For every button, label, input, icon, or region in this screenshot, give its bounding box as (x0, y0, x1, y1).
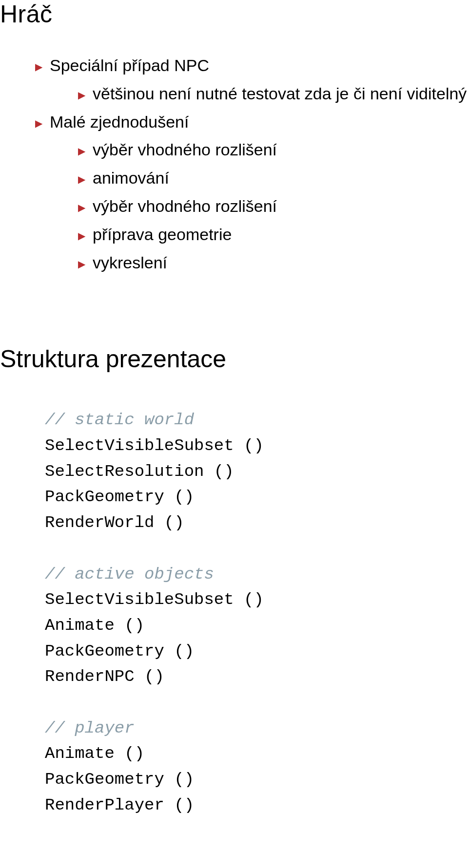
list-item: ▶ příprava geometrie (78, 221, 468, 249)
bullet-text: animování (93, 164, 169, 192)
bullet-text: Malé zjednodušení (50, 108, 189, 136)
bullet-text: příprava geometrie (93, 221, 232, 249)
code-comment: // active objects (45, 565, 214, 584)
list-item: ▶ výběr vhodného rozlišení (78, 136, 468, 164)
bullet-text: výběr vhodného rozlišení (93, 136, 277, 164)
code-line: PackGeometry () (45, 488, 194, 506)
code-line: SelectVisibleSubset () (45, 436, 264, 455)
list-item: ▶ animování (78, 164, 468, 192)
code-comment: // static world (45, 411, 194, 429)
bullet-icon: ▶ (78, 199, 93, 216)
list-item: ▶ vykreslení (78, 249, 468, 277)
bullet-text: vykreslení (93, 249, 167, 277)
bullet-icon: ▶ (78, 256, 93, 272)
bullet-icon: ▶ (78, 227, 93, 244)
code-line: PackGeometry () (45, 770, 194, 789)
bullet-icon: ▶ (78, 87, 93, 103)
code-line: SelectResolution () (45, 462, 234, 481)
code-line: RenderNPC () (45, 667, 164, 686)
code-line: Animate () (45, 744, 144, 763)
code-comment: // player (45, 719, 135, 737)
bullet-icon: ▶ (35, 115, 50, 132)
code-line: RenderWorld () (45, 513, 184, 532)
bullet-list: ▶ Speciální případ NPC ▶ většinou není n… (0, 52, 468, 277)
bullet-icon: ▶ (35, 58, 50, 75)
code-line: Animate () (45, 616, 144, 635)
bullet-icon: ▶ (78, 171, 93, 188)
section-heading: Struktura prezentace (0, 345, 468, 373)
code-block: // static world SelectVisibleSubset () S… (45, 407, 468, 818)
bullet-icon: ▶ (78, 143, 93, 159)
code-line: SelectVisibleSubset () (45, 590, 264, 609)
list-item: ▶ Malé zjednodušení ▶ výběr vhodného roz… (35, 108, 468, 277)
list-item: ▶ výběr vhodného rozlišení (78, 192, 468, 221)
code-line: PackGeometry () (45, 642, 194, 660)
bullet-text: většinou není nutné testovat zda je či n… (93, 80, 467, 108)
bullet-text: výběr vhodného rozlišení (93, 192, 277, 221)
bullet-text: Speciální případ NPC (50, 52, 209, 80)
code-line: RenderPlayer () (45, 796, 194, 814)
page-title: Hráč (0, 0, 468, 28)
list-item: ▶ většinou není nutné testovat zda je či… (78, 80, 468, 108)
list-item: ▶ Speciální případ NPC ▶ většinou není n… (35, 52, 468, 108)
